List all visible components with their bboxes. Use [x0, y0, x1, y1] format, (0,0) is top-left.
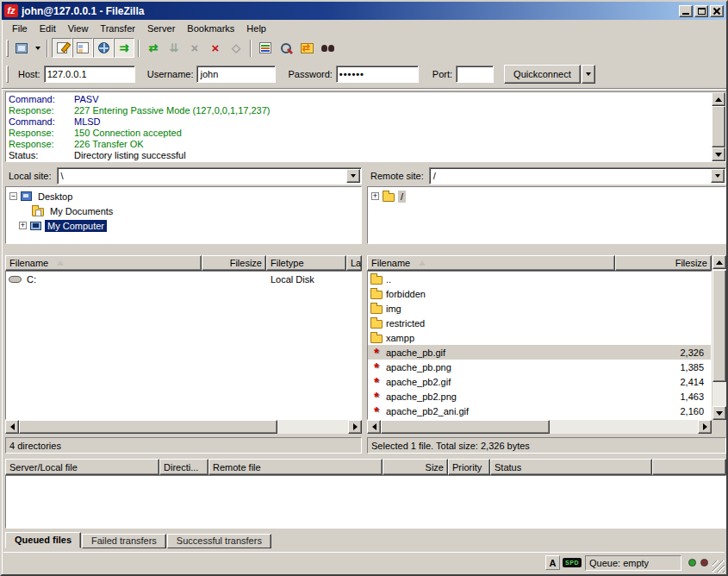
file-row[interactable]: img — [368, 301, 711, 316]
remote-vertical-scrollbar[interactable] — [712, 255, 726, 420]
tree-item-my-computer[interactable]: + My Computer — [6, 218, 361, 233]
file-row[interactable]: *apache_pb.png1,385 — [368, 360, 711, 374]
username-input[interactable] — [196, 66, 276, 83]
remote-tree[interactable]: + / — [367, 186, 726, 244]
remote-site-dropdown-button[interactable] — [711, 169, 725, 183]
column-header-remote-file[interactable]: Remote file — [208, 459, 383, 475]
column-header-direction[interactable]: Directi... — [159, 459, 208, 475]
expand-icon[interactable]: + — [19, 222, 27, 229]
column-header-last-modified[interactable]: Last modified — [346, 255, 362, 271]
file-row[interactable]: *apache_pb2_ani.gif2,160 — [368, 404, 711, 418]
scroll-up-button[interactable] — [712, 255, 726, 269]
local-site-combobox[interactable]: \ — [57, 167, 362, 185]
tab-failed-transfers[interactable]: Failed transfers — [82, 534, 166, 548]
local-tree[interactable]: − Desktop My Documents + My Computer — [5, 186, 362, 244]
file-row[interactable]: .. — [368, 272, 711, 286]
remote-horizontal-scrollbar[interactable] — [367, 420, 712, 434]
scroll-right-button[interactable] — [698, 420, 712, 434]
message-log-body[interactable]: Command:PASV Response:227 Entering Passi… — [7, 93, 711, 160]
toggle-message-log-button[interactable] — [52, 38, 72, 58]
host-input[interactable] — [44, 66, 135, 83]
password-input[interactable] — [336, 66, 419, 83]
port-input[interactable] — [456, 66, 494, 83]
tree-item-root[interactable]: + / — [368, 189, 725, 203]
scroll-down-button[interactable] — [712, 147, 725, 161]
file-row[interactable]: *apache_pb2.gif2,414 — [368, 374, 711, 389]
column-header-filename[interactable]: Filename — [5, 255, 202, 271]
data-type-indicator-icon[interactable]: A — [545, 555, 560, 570]
toolbar-separator — [138, 40, 140, 57]
tab-successful-transfers[interactable]: Successful transfers — [167, 534, 271, 548]
refresh-button[interactable]: ⇄ — [143, 38, 164, 58]
scrollbar-thumb[interactable] — [19, 420, 277, 434]
scroll-up-button[interactable] — [712, 92, 725, 106]
toolbar-grip[interactable] — [6, 40, 9, 57]
menu-help[interactable]: Help — [240, 22, 272, 35]
title-bar[interactable]: fz john@127.0.0.1 - FileZilla — [2, 2, 726, 20]
directory-listing-filters-button[interactable] — [255, 38, 276, 58]
local-horizontal-scrollbar[interactable] — [5, 420, 362, 434]
file-row[interactable]: *apache_pb2.png1,463 — [368, 389, 711, 404]
close-button[interactable] — [710, 5, 724, 17]
menu-view[interactable]: View — [62, 22, 95, 35]
resize-grip[interactable] — [712, 560, 725, 573]
column-header-priority[interactable]: Priority — [448, 459, 490, 475]
expand-icon[interactable]: + — [371, 192, 379, 200]
quickconnect-dropdown-button[interactable] — [582, 65, 595, 84]
reconnect-button[interactable]: ◇ — [226, 38, 246, 58]
directory-comparison-button[interactable] — [317, 38, 338, 58]
minimize-button[interactable] — [679, 5, 693, 17]
file-row[interactable]: xampp — [368, 330, 711, 345]
scroll-left-button[interactable] — [5, 420, 19, 434]
reconnect-icon: ◇ — [232, 42, 240, 53]
site-manager-icon — [16, 43, 28, 53]
column-header-filename[interactable]: Filename — [367, 255, 615, 271]
tree-item-desktop[interactable]: − Desktop — [6, 189, 361, 203]
file-row-selected[interactable]: *apache_pb.gif2,326 — [368, 345, 711, 360]
scrollbar-thumb[interactable] — [712, 106, 725, 147]
window-title: john@127.0.0.1 - FileZilla — [22, 5, 677, 17]
disconnect-button[interactable]: × — [205, 38, 226, 58]
scrollbar-thumb[interactable] — [381, 420, 550, 434]
column-header-filetype[interactable]: Filetype — [266, 255, 346, 271]
menu-edit[interactable]: Edit — [34, 22, 62, 35]
synchronized-browsing-button[interactable] — [296, 38, 317, 58]
file-row[interactable]: forbidden — [368, 286, 711, 301]
speed-limit-icon[interactable]: SPD — [563, 558, 582, 567]
remote-site-combobox[interactable]: / — [429, 167, 726, 185]
toggle-remote-tree-button[interactable] — [93, 38, 114, 58]
quickconnect-button[interactable]: Quickconnect — [504, 65, 581, 84]
remote-file-list[interactable]: .. forbidden img restricted xampp *apach… — [367, 271, 712, 420]
queue-list[interactable] — [5, 475, 726, 529]
toggle-local-tree-button[interactable] — [72, 38, 93, 58]
scroll-left-button[interactable] — [367, 420, 381, 434]
menu-server[interactable]: Server — [141, 22, 181, 35]
menu-file[interactable]: File — [6, 22, 34, 35]
scrollbar-thumb[interactable] — [712, 270, 726, 382]
tree-item-my-documents[interactable]: My Documents — [6, 203, 361, 218]
column-header-server-local-file[interactable]: Server/Local file — [5, 459, 159, 475]
toggle-transfer-queue-button[interactable]: ⇉ — [114, 38, 134, 58]
site-manager-dropdown-button[interactable] — [32, 38, 43, 58]
column-header-filesize[interactable]: Filesize — [202, 255, 266, 271]
site-manager-button[interactable] — [11, 38, 32, 58]
log-scrollbar[interactable] — [712, 92, 725, 161]
column-header-status[interactable]: Status — [490, 459, 652, 475]
collapse-icon[interactable]: − — [9, 192, 17, 200]
file-search-button[interactable] — [276, 38, 296, 58]
local-site-dropdown-button[interactable] — [346, 169, 360, 183]
tab-queued-files[interactable]: Queued files — [5, 532, 81, 548]
quickconnect-grip[interactable] — [6, 66, 9, 83]
file-row-c-drive[interactable]: C: Local Disk — [6, 272, 361, 286]
local-file-list[interactable]: C: Local Disk — [5, 271, 362, 420]
scroll-down-button[interactable] — [712, 406, 726, 420]
process-queue-button[interactable]: ⇊ — [164, 38, 184, 58]
column-header-filesize[interactable]: Filesize — [615, 255, 712, 271]
file-row[interactable]: restricted — [368, 316, 711, 330]
menu-bookmarks[interactable]: Bookmarks — [181, 22, 240, 35]
menu-transfer[interactable]: Transfer — [94, 22, 141, 35]
column-header-size[interactable]: Size — [383, 459, 448, 475]
maximize-button[interactable] — [694, 5, 708, 17]
scroll-right-button[interactable] — [348, 420, 362, 434]
cancel-operation-button[interactable]: × — [184, 38, 205, 58]
